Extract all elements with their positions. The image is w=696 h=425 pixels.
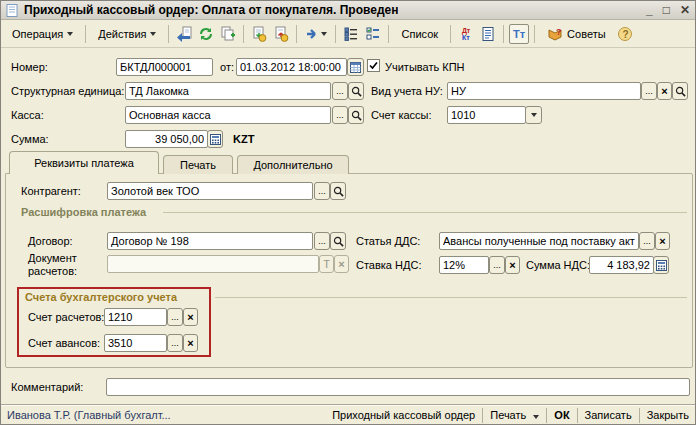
document-structure-button[interactable]	[341, 24, 361, 44]
cash-desk-select-button[interactable]: ...	[332, 106, 348, 124]
chevron-down-icon	[67, 32, 73, 36]
nu-kind-clear-button[interactable]: ×	[657, 82, 672, 100]
document-icon	[6, 4, 19, 17]
copy-button[interactable]	[218, 24, 238, 44]
cash-account-label: Счет кассы:	[371, 109, 432, 121]
magnifier-icon	[351, 86, 362, 97]
close-form-button[interactable]: Закрыть	[647, 409, 689, 421]
structural-unit-input[interactable]	[125, 82, 331, 100]
actions-menu-button[interactable]: Действия	[91, 25, 163, 43]
unpost-document-button[interactable]	[271, 24, 291, 44]
post-document-icon	[251, 26, 267, 42]
copy-icon	[220, 26, 236, 42]
status-separator	[639, 408, 640, 423]
help-button[interactable]: ?	[615, 24, 635, 44]
tips-label: Советы	[567, 28, 605, 40]
cash-account-input[interactable]	[447, 106, 526, 124]
print-button[interactable]: Печать	[490, 409, 539, 421]
tt-icon: Тт	[513, 28, 525, 40]
nu-kind-select-button[interactable]: ...	[641, 82, 657, 100]
toolbar-separator	[168, 25, 169, 43]
currency-label: KZT	[233, 133, 254, 145]
status-bar: Иванова Т.Р. (Главный бухгалт... Приходн…	[1, 404, 695, 425]
tips-button[interactable]: ? Советы	[540, 23, 612, 45]
list-settings-button[interactable]	[363, 24, 383, 44]
print-button-label: Печать	[490, 409, 526, 421]
close-button[interactable]: ✕	[680, 4, 690, 16]
toolbar-separator	[243, 25, 244, 43]
chevron-down-icon	[531, 113, 537, 117]
advance-account-input[interactable]	[104, 334, 167, 352]
advance-account-select-button[interactable]: ...	[167, 334, 183, 352]
comment-label: Комментарий:	[11, 381, 83, 393]
kpn-checkbox[interactable]	[367, 59, 380, 72]
operation-menu-button[interactable]: Операция	[5, 25, 80, 43]
doc-type-label[interactable]: Приходный кассовый ордер	[332, 409, 475, 421]
refresh-button[interactable]	[196, 24, 216, 44]
clear-icon: ×	[661, 86, 667, 96]
structural-unit-select-button[interactable]: ...	[332, 82, 348, 100]
goto-button[interactable]	[302, 24, 330, 44]
checkmark-icon	[369, 61, 378, 70]
chevron-down-icon	[150, 32, 156, 36]
tips-book-icon: ?	[547, 26, 563, 42]
nu-kind-open-button[interactable]	[672, 82, 688, 100]
minimize-button[interactable]: _	[646, 4, 653, 16]
number-input[interactable]	[116, 58, 213, 76]
amount-calculator-button[interactable]	[207, 130, 223, 148]
date-input[interactable]	[236, 58, 347, 76]
list-button[interactable]: Список	[394, 25, 445, 43]
tab-additional[interactable]: Дополнительно	[237, 155, 349, 174]
help-icon: ?	[617, 26, 633, 42]
calendar-icon	[350, 62, 361, 73]
status-separator	[482, 408, 483, 423]
cash-desk-input[interactable]	[125, 106, 331, 124]
nu-kind-label: Вид учета НУ:	[371, 85, 443, 97]
toolbar-separator	[296, 25, 297, 43]
dt-kt-button[interactable]: ДтКт	[456, 24, 476, 44]
tab-print[interactable]: Печать	[163, 155, 233, 174]
chevron-down-icon	[533, 415, 539, 419]
clear-icon: ×	[187, 338, 193, 348]
window-title: Приходный кассовый ордер: Оплата от поку…	[24, 3, 398, 17]
text-highlight-toggle[interactable]: Тт	[509, 24, 529, 44]
date-label: от:	[220, 61, 234, 73]
title-bar: Приходный кассовый ордер: Оплата от поку…	[1, 1, 695, 20]
svg-text:?: ?	[556, 27, 562, 37]
save-button[interactable]: Записать	[585, 409, 632, 421]
post-document-button[interactable]	[249, 24, 269, 44]
comment-input[interactable]	[106, 378, 690, 396]
document-window: Приходный кассовый ордер: Оплата от поку…	[0, 0, 696, 425]
toolbar-separator	[85, 25, 86, 43]
actions-label: Действия	[98, 28, 146, 40]
settlement-account-select-button[interactable]: ...	[167, 308, 183, 326]
calendar-button[interactable]	[347, 58, 364, 76]
chevron-down-icon	[321, 32, 327, 36]
nu-kind-input[interactable]	[447, 82, 641, 100]
toolbar: Операция Действия	[1, 21, 695, 48]
clear-icon: ×	[187, 312, 193, 322]
amount-input[interactable]	[125, 130, 208, 148]
ok-button[interactable]: ОК	[554, 409, 569, 421]
structural-unit-label: Структурная единица:	[11, 85, 124, 97]
amount-label: Сумма:	[11, 133, 49, 145]
list-button-label: Список	[401, 28, 438, 40]
cash-desk-open-button[interactable]	[348, 106, 364, 124]
report-button[interactable]	[478, 24, 498, 44]
accounting-accounts-section-header: Счета бухгалтерского учета	[25, 291, 177, 303]
toolbar-separator	[388, 25, 389, 43]
magnifier-icon	[351, 110, 362, 121]
advance-account-clear-button[interactable]: ×	[183, 334, 198, 352]
toolbar-separator	[503, 25, 504, 43]
status-user: Иванова Т.Р. (Главный бухгалт...	[7, 409, 171, 421]
calculator-icon	[210, 134, 221, 145]
reread-button[interactable]	[174, 24, 194, 44]
structural-unit-open-button[interactable]	[348, 82, 364, 100]
tab-payment-details[interactable]: Реквизиты платежа	[9, 151, 159, 174]
cash-account-dropdown-button[interactable]	[525, 106, 542, 124]
settlement-account-input[interactable]	[104, 308, 167, 326]
status-separator	[546, 408, 547, 423]
maximize-button[interactable]: □	[663, 4, 670, 16]
debit-credit-icon: ДтКт	[462, 27, 470, 41]
settlement-account-clear-button[interactable]: ×	[183, 308, 198, 326]
